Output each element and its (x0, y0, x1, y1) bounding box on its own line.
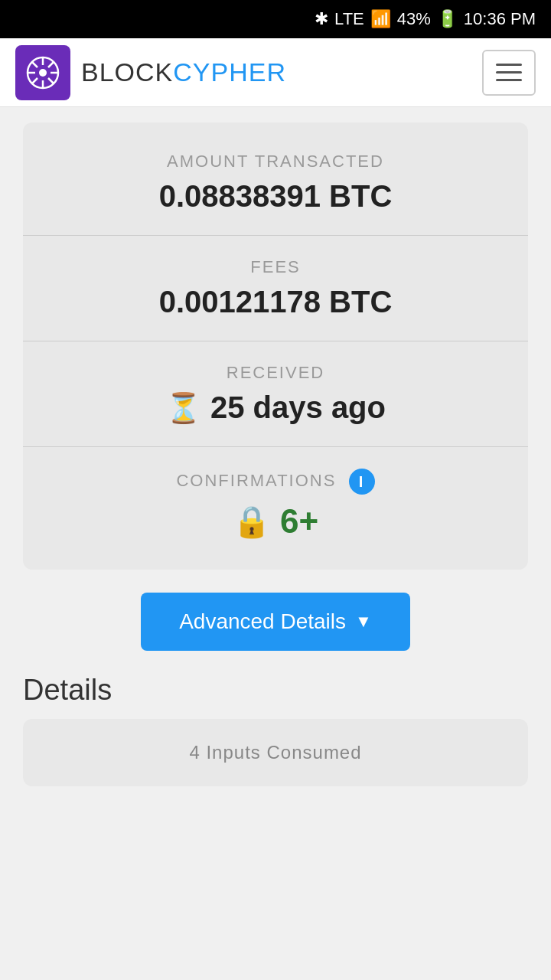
details-section: Details 4 Inputs Consumed (23, 674, 528, 786)
confirmations-row: CONFIRMATIONS i 🔒 6+ (23, 447, 528, 562)
transaction-card: AMOUNT TRANSACTED 0.08838391 BTC FEES 0.… (23, 122, 528, 570)
hamburger-line-1 (496, 64, 522, 66)
advanced-details-button[interactable]: Advanced Details ▼ (141, 593, 410, 651)
bluetooth-icon: ✱ (315, 9, 328, 29)
logo-text: BLOCKCYPHER (81, 57, 286, 87)
advanced-details-label: Advanced Details (179, 609, 346, 634)
logo-cypher: CYPHER (173, 57, 286, 87)
details-card: 4 Inputs Consumed (23, 719, 528, 786)
fees-value: 0.00121178 BTC (54, 285, 497, 319)
received-row: RECEIVED ⏳ 25 days ago (23, 341, 528, 447)
confirmations-value: 🔒 6+ (54, 502, 497, 541)
logo-icon (15, 45, 70, 100)
svg-point-1 (39, 69, 47, 77)
inputs-consumed-label: 4 Inputs Consumed (54, 742, 497, 763)
battery-icon: 🔋 (437, 9, 458, 29)
svg-line-6 (32, 62, 37, 67)
svg-line-8 (48, 62, 54, 67)
caret-down-icon: ▼ (355, 612, 372, 632)
status-bar: ✱ LTE 📶 43% 🔋 10:36 PM (0, 0, 551, 38)
confirmations-label: CONFIRMATIONS i (54, 469, 497, 495)
amount-value: 0.08838391 BTC (54, 179, 497, 214)
amount-label: AMOUNT TRANSACTED (54, 152, 497, 172)
menu-button[interactable] (482, 50, 536, 96)
hamburger-line-3 (496, 79, 522, 81)
advanced-btn-container: Advanced Details ▼ (23, 593, 528, 651)
received-value: ⏳ 25 days ago (54, 390, 497, 425)
svg-line-9 (32, 78, 37, 83)
confirmations-number: 6+ (280, 502, 318, 541)
battery-label: 43% (397, 9, 431, 29)
hamburger-line-2 (496, 71, 522, 74)
lte-label: LTE (334, 9, 364, 29)
logo-block: BLOCK (81, 57, 173, 87)
fees-row: FEES 0.00121178 BTC (23, 236, 528, 341)
fees-label: FEES (54, 257, 497, 277)
header: BLOCKCYPHER (0, 38, 551, 107)
logo-area: BLOCKCYPHER (15, 45, 286, 100)
received-time: 25 days ago (210, 390, 386, 425)
time-label: 10:36 PM (464, 9, 536, 29)
clock-icon: ⏳ (165, 391, 201, 425)
svg-line-7 (48, 78, 54, 83)
lock-icon: 🔒 (233, 504, 271, 540)
main-content: AMOUNT TRANSACTED 0.08838391 BTC FEES 0.… (0, 122, 551, 809)
signal-icon: 📶 (370, 9, 391, 29)
info-icon[interactable]: i (349, 469, 375, 495)
amount-row: AMOUNT TRANSACTED 0.08838391 BTC (23, 130, 528, 236)
received-label: RECEIVED (54, 363, 497, 383)
status-icons: ✱ LTE 📶 43% 🔋 10:36 PM (315, 9, 536, 29)
details-title: Details (23, 674, 528, 707)
